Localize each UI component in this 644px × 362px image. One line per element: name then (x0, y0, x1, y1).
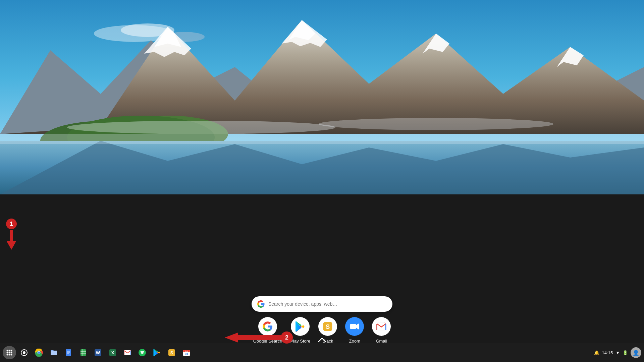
svg-text:W: W (96, 350, 100, 355)
svg-rect-71 (236, 335, 283, 340)
shelf-apps: W X (17, 346, 594, 359)
svg-point-32 (7, 352, 8, 354)
time-display[interactable]: 14:15 (602, 350, 613, 355)
system-tray: 🔔 14:15 ▼ 🔋 👤 (594, 347, 641, 358)
app-icon-zoom[interactable]: Zoom (345, 317, 364, 344)
shelf-app-files[interactable] (47, 346, 60, 359)
notification-icon[interactable]: 🔔 (594, 350, 599, 355)
svg-point-29 (7, 350, 8, 352)
wallpaper (0, 0, 644, 194)
svg-rect-45 (67, 351, 70, 352)
svg-rect-17 (0, 134, 644, 144)
svg-rect-46 (67, 352, 70, 353)
shelf-app-word[interactable]: W (91, 346, 105, 359)
svg-point-31 (11, 350, 12, 352)
launcher-button[interactable] (3, 346, 16, 359)
gmail-icon (372, 317, 391, 336)
shelf-app-play-store[interactable] (150, 346, 164, 359)
svg-point-43 (38, 352, 40, 354)
shelf-app-overview[interactable] (17, 346, 31, 359)
svg-marker-23 (356, 323, 359, 329)
svg-point-19 (319, 118, 553, 130)
svg-point-35 (7, 354, 8, 356)
svg-text:1: 1 (10, 221, 13, 227)
slack-icon: S (318, 317, 337, 336)
shelf-app-sheets[interactable] (76, 346, 90, 359)
svg-point-33 (9, 352, 10, 354)
zoom-icon (345, 317, 364, 336)
svg-marker-69 (6, 241, 16, 250)
svg-text:S: S (326, 323, 330, 330)
app-icon-gmail[interactable]: Gmail (372, 317, 391, 344)
svg-point-30 (9, 350, 10, 352)
svg-point-18 (67, 121, 335, 134)
shelf-app-slack[interactable]: S (165, 346, 178, 359)
shelf: W X (0, 343, 644, 362)
annotation-arrow-1: 1 (5, 218, 25, 253)
battery-icon[interactable]: 🔋 (623, 350, 628, 355)
svg-text:S: S (170, 350, 173, 355)
shelf-app-spotify[interactable] (136, 346, 149, 359)
search-input[interactable] (268, 301, 387, 307)
svg-point-34 (11, 352, 12, 354)
shelf-app-chrome[interactable] (32, 346, 46, 359)
google-logo (257, 300, 265, 308)
svg-point-39 (23, 351, 25, 354)
svg-text:31: 31 (185, 352, 188, 356)
svg-point-37 (11, 354, 12, 356)
shelf-app-calendar[interactable]: JUL 31 (180, 346, 193, 359)
avatar[interactable]: 👤 (631, 347, 641, 358)
svg-rect-22 (350, 324, 356, 329)
zoom-label: Zoom (349, 339, 360, 344)
shelf-app-docs[interactable] (62, 346, 75, 359)
svg-rect-48 (80, 349, 86, 356)
svg-text:X: X (111, 350, 114, 355)
shelf-app-excel[interactable]: X (106, 346, 119, 359)
search-bar[interactable] (252, 296, 392, 312)
svg-rect-44 (66, 349, 71, 356)
svg-rect-47 (67, 353, 69, 354)
annotation-arrow-2: 2 (221, 329, 295, 346)
svg-text:2: 2 (285, 334, 288, 341)
shelf-app-gmail[interactable] (121, 346, 134, 359)
svg-marker-70 (225, 333, 238, 343)
svg-point-36 (9, 354, 10, 356)
network-icon[interactable]: ▼ (615, 350, 620, 355)
launcher-up-arrow[interactable] (317, 337, 327, 343)
gmail-label: Gmail (376, 339, 387, 344)
